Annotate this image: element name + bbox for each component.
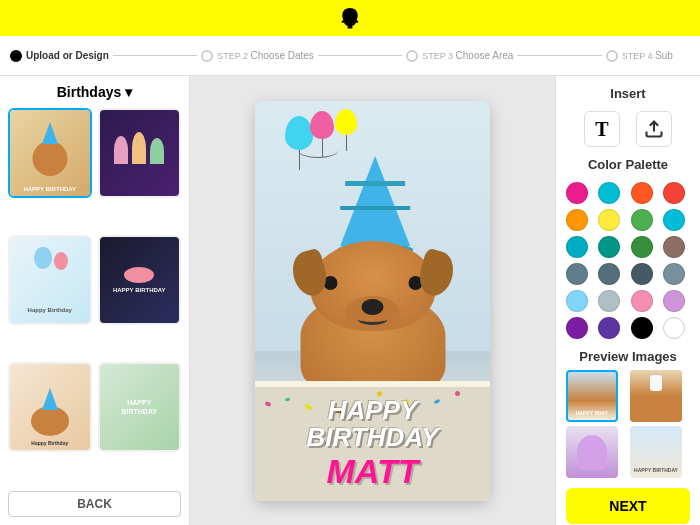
insert-section-title: Insert: [566, 86, 690, 101]
category-header: Birthdays ▾: [8, 84, 181, 100]
step-line-1: [113, 55, 197, 56]
back-button[interactable]: BACK: [8, 491, 181, 517]
color-dot[interactable]: [566, 236, 588, 258]
preview-thumb-3[interactable]: [566, 426, 618, 478]
color-dot[interactable]: [566, 182, 588, 204]
step-2-circle: [201, 50, 213, 62]
color-dot[interactable]: [663, 317, 685, 339]
step-4-label: STEP 4 Sub: [622, 50, 673, 61]
color-dot[interactable]: [566, 317, 588, 339]
color-dot[interactable]: [663, 209, 685, 231]
preview-thumb-2[interactable]: [630, 370, 682, 422]
color-dot[interactable]: [598, 182, 620, 204]
color-dot[interactable]: [631, 263, 653, 285]
color-dot[interactable]: [598, 290, 620, 312]
step-3-label: STEP 3 Choose Area: [422, 50, 513, 61]
step-line-3: [517, 55, 601, 56]
insert-tools: T: [566, 111, 690, 147]
preview-grid: HAPPY BDAY HAPPY BIRTHDAY: [566, 370, 690, 478]
preview-label: Preview Images: [566, 349, 690, 364]
template-item-3[interactable]: Happy Birthday: [8, 235, 92, 325]
template-item-6[interactable]: HAPPYBIRTHDAY: [98, 362, 182, 452]
preview-section: Preview Images HAPPY BDAY: [566, 349, 690, 478]
left-panel: Birthdays ▾ HAPPY BIRTHDAY: [0, 76, 190, 525]
color-dot[interactable]: [566, 290, 588, 312]
category-label: Birthdays: [57, 84, 122, 100]
template-item-5[interactable]: Happy Birthday: [8, 362, 92, 452]
color-dot[interactable]: [566, 209, 588, 231]
step-4-circle: [606, 50, 618, 62]
step-1: Upload or Design: [10, 50, 109, 62]
color-dot[interactable]: [631, 290, 653, 312]
color-dot[interactable]: [663, 263, 685, 285]
step-1-circle: [10, 50, 22, 62]
name-text: MATT: [265, 452, 480, 491]
color-palette-title: Color Palette: [566, 157, 690, 172]
color-dot[interactable]: [598, 263, 620, 285]
preview-thumb-4[interactable]: HAPPY BIRTHDAY: [630, 426, 682, 478]
template-item-2[interactable]: [98, 108, 182, 198]
upload-icon: [644, 119, 664, 139]
step-4: STEP 4 Sub: [606, 50, 690, 62]
snapchat-logo: [339, 7, 361, 29]
step-3: STEP 3 Choose Area: [406, 50, 513, 62]
steps-bar: Upload or Design STEP 2 Choose Dates STE…: [0, 36, 700, 76]
color-dot[interactable]: [566, 263, 588, 285]
dog-scene: ★ ★ HAPPY BIRTHDAY MATT: [255, 101, 490, 501]
color-dot[interactable]: [631, 209, 653, 231]
birthday-text: BIRTHDAY: [307, 422, 439, 452]
color-dot[interactable]: [631, 317, 653, 339]
step-2: STEP 2 Choose Dates: [201, 50, 314, 62]
happy-text: HAPPY: [328, 395, 418, 425]
middle-panel: ★ ★ HAPPY BIRTHDAY MATT: [190, 76, 555, 525]
dropdown-icon[interactable]: ▾: [125, 84, 132, 100]
template-grid: HAPPY BIRTHDAY Happy Birthd: [8, 108, 181, 483]
color-dot[interactable]: [598, 209, 620, 231]
color-dot[interactable]: [598, 317, 620, 339]
step-2-label: STEP 2 Choose Dates: [217, 50, 314, 61]
color-dot[interactable]: [598, 236, 620, 258]
template-item-1[interactable]: HAPPY BIRTHDAY: [8, 108, 92, 198]
next-button[interactable]: NEXT: [566, 488, 690, 524]
preview-thumb-1[interactable]: HAPPY BDAY: [566, 370, 618, 422]
upload-tool-button[interactable]: [636, 111, 672, 147]
text-icon: T: [595, 118, 608, 141]
color-dot[interactable]: [631, 182, 653, 204]
template-item-4[interactable]: HAPPY BIRTHDAY: [98, 235, 182, 325]
text-tool-button[interactable]: T: [584, 111, 620, 147]
step-line-2: [318, 55, 402, 56]
color-dot[interactable]: [663, 290, 685, 312]
color-dot[interactable]: [631, 236, 653, 258]
top-bar: [0, 0, 700, 36]
birthday-text-overlay: HAPPY BIRTHDAY MATT: [255, 387, 490, 501]
color-dot[interactable]: [663, 236, 685, 258]
right-panel: Insert T Color Palette Preview Images: [555, 76, 700, 525]
step-1-label: Upload or Design: [26, 50, 109, 61]
color-dot[interactable]: [663, 182, 685, 204]
main-content: Birthdays ▾ HAPPY BIRTHDAY: [0, 76, 700, 525]
color-palette: [566, 182, 690, 339]
canvas-area: ★ ★ HAPPY BIRTHDAY MATT: [255, 101, 490, 501]
step-3-circle: [406, 50, 418, 62]
